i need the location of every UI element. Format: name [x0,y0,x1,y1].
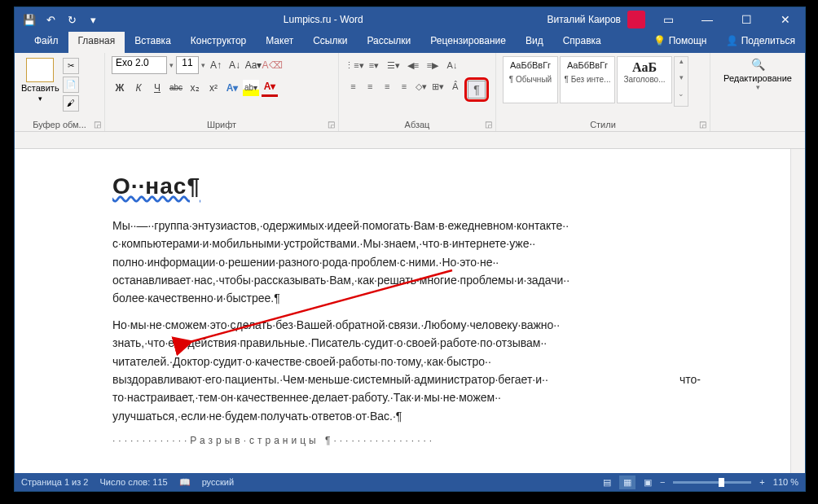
vertical-scrollbar[interactable] [790,149,805,473]
superscript-button[interactable]: x² [205,80,222,96]
align-left-icon[interactable]: ≡ [345,77,361,95]
highlight-icon[interactable]: ab▾ [243,80,259,96]
font-size-combo[interactable]: 11 [176,56,199,74]
avatar[interactable] [627,11,645,28]
group-clipboard: Вставить▾ ✂ 📄 🖌 Буфер обм... ◲ [15,53,105,131]
zoom-out-button[interactable]: − [660,477,665,487]
redo-icon[interactable]: ↻ [65,13,78,26]
borders-icon[interactable]: ⊞▾ [430,77,446,95]
strike-button[interactable]: abc [168,80,184,96]
ribbon: Вставить▾ ✂ 📄 🖌 Буфер обм... ◲ Exo 2.0▾ … [15,53,805,132]
line-spacing-icon[interactable]: А̂ [447,77,463,95]
italic-button[interactable]: К [130,80,147,96]
zoom-level[interactable]: 110 % [773,477,798,487]
group-font: Exo 2.0▾ 11▾ A↑ A↓ Aa▾ A⌫ Ж К Ч abc x₂ x… [105,53,339,131]
zoom-in-button[interactable]: + [759,477,764,487]
group-label: Абзац [339,120,495,129]
underline-button[interactable]: Ч [149,80,165,96]
show-hide-pilcrow-button[interactable]: ¶ [464,77,489,102]
grow-font-icon[interactable]: A↑ [208,57,224,73]
tab-file[interactable]: Файл [24,32,68,53]
minimize-button[interactable]: — [691,13,723,26]
shading-icon[interactable]: ◇▾ [413,77,429,95]
autosave-icon[interactable]: 💾 [23,13,36,26]
align-center-icon[interactable]: ≡ [363,77,378,95]
numbering-icon[interactable]: ≡▾ [365,56,383,74]
titlebar: 💾 ↶ ↻ ▾ Lumpics.ru - Word Виталий Каиров… [15,7,805,32]
dialog-launcher-icon[interactable]: ◲ [94,120,101,129]
bold-button[interactable]: Ж [112,80,128,96]
find-icon[interactable]: 🔍 [722,58,794,71]
ribbon-tabs: Файл Главная Вставка Конструктор Макет С… [15,32,805,53]
word-count[interactable]: Число слов: 115 [99,477,167,487]
clear-format-icon[interactable]: A⌫ [264,57,280,73]
status-bar: Страница 1 из 2 Число слов: 115 📖 русски… [15,473,805,491]
group-styles: АаБбВвГг¶ Обычный АаБбВвГг¶ Без инте... … [496,53,710,131]
paste-button[interactable]: Вставить▾ [21,56,59,115]
language[interactable]: русский [202,477,234,487]
paste-icon [26,58,54,82]
style-normal[interactable]: АаБбВвГг¶ Обычный [503,56,558,103]
ribbon-mode-icon[interactable]: ▭ [652,13,684,26]
tab-mailings[interactable]: Рассылки [357,32,420,53]
subscript-button[interactable]: x₂ [187,80,203,96]
tab-help[interactable]: Справка [553,32,611,53]
group-label: Шрифт [105,120,338,129]
bullets-icon[interactable]: ⋮≡▾ [345,56,363,74]
paragraph-1: Мы··—··группа·энтузиастов,·одержимых·иде… [112,217,701,308]
tab-references[interactable]: Ссылки [303,32,357,53]
tab-home[interactable]: Главная [68,32,125,53]
tell-me[interactable]: 💡 Помощн [644,32,716,53]
window-title: Lumpics.ru - Word [99,14,547,25]
group-label: Стили [496,120,710,129]
copy-icon[interactable]: 📄 [63,77,79,93]
group-label: Буфер обм... [15,120,104,129]
dialog-launcher-icon[interactable]: ◲ [485,120,492,129]
pilcrow-icon: ¶ [468,81,486,99]
group-editing: 🔍 Редактирование ▾ [710,53,805,131]
indent-right-icon[interactable]: ≡▶ [424,56,442,74]
style-heading1[interactable]: АаБЗаголово... [617,56,672,103]
page-break: ·············Разрыв·страницы ¶··········… [112,433,701,449]
group-paragraph: ⋮≡▾ ≡▾ ☰▾ ◀≡ ≡▶ A↓ ≡ ≡ ≡ ≡ ◇▾ ⊞▾ А̂ ¶ [339,53,496,131]
tab-design[interactable]: Конструктор [181,32,256,53]
align-right-icon[interactable]: ≡ [380,77,395,95]
share-button[interactable]: 👤 Поделиться [716,32,805,53]
dialog-launcher-icon[interactable]: ◲ [699,120,706,129]
tab-view[interactable]: Вид [516,32,553,53]
zoom-slider[interactable] [673,481,751,484]
format-painter-icon[interactable]: 🖌 [63,95,79,112]
maximize-button[interactable]: ☐ [730,13,763,26]
page-indicator[interactable]: Страница 1 из 2 [21,477,88,487]
multilevel-icon[interactable]: ☰▾ [385,56,402,74]
close-button[interactable]: ✕ [769,13,802,26]
cut-icon[interactable]: ✂ [63,58,79,74]
proofing-icon[interactable]: 📖 [179,477,191,488]
ruler[interactable] [15,132,805,149]
tab-review[interactable]: Рецензирование [420,32,516,53]
heading: О··нас¶ [112,169,701,205]
editing-label[interactable]: Редактирование [722,73,794,83]
dialog-launcher-icon[interactable]: ◲ [328,120,335,129]
document-area: О··нас¶ Мы··—··группа·энтузиастов,·одерж… [15,149,805,473]
print-layout-icon[interactable]: ▦ [619,476,635,489]
paragraph-2: Но·мы·не·сможем·это·сделать·без·Вашей·об… [112,316,701,425]
user-name: Виталий Каиров [547,14,621,25]
tab-insert[interactable]: Вставка [125,32,181,53]
sort-icon[interactable]: A↓ [443,56,461,74]
read-mode-icon[interactable]: ▤ [603,477,611,488]
page-content[interactable]: О··нас¶ Мы··—··группа·энтузиастов,·одерж… [15,149,790,473]
font-color-icon[interactable]: A▾ [262,78,278,97]
shrink-font-icon[interactable]: A↓ [226,57,243,73]
tab-layout[interactable]: Макет [256,32,303,53]
text-effects-icon[interactable]: A▾ [224,80,240,96]
justify-icon[interactable]: ≡ [397,77,412,95]
indent-left-icon[interactable]: ◀≡ [404,56,422,74]
style-no-spacing[interactable]: АаБбВвГг¶ Без инте... [560,56,615,103]
styles-gallery-dropdown[interactable]: ▴▾⌄ [674,56,688,107]
font-name-combo[interactable]: Exo 2.0 [112,56,167,74]
change-case-icon[interactable]: Aa▾ [245,57,262,73]
undo-icon[interactable]: ↶ [44,13,57,26]
web-layout-icon[interactable]: ▣ [644,477,652,488]
qat-dropdown-icon[interactable]: ▾ [86,13,99,26]
